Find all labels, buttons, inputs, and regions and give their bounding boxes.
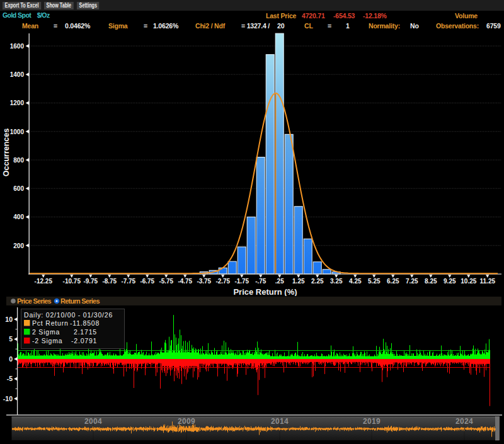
svg-text:Occurrences: Occurrences: [2, 128, 11, 176]
svg-text:2014: 2014: [271, 417, 289, 426]
svg-text:5.25: 5.25: [368, 278, 381, 285]
svg-text:-7.75: -7.75: [121, 278, 135, 285]
svg-text:2009: 2009: [178, 417, 195, 426]
svg-text:-11.8508: -11.8508: [70, 319, 100, 327]
svg-text:10: 10: [5, 316, 13, 323]
svg-text:-5.75: -5.75: [159, 278, 173, 285]
svg-text:1.25: 1.25: [292, 278, 305, 285]
svg-text:-.75: -.75: [255, 278, 266, 285]
svg-text:-10.75: -10.75: [63, 278, 81, 285]
svg-text:-6.75: -6.75: [140, 278, 154, 285]
svg-text:-10: -10: [3, 395, 13, 402]
svg-text:7.25: 7.25: [406, 278, 418, 285]
svg-text:2.25: 2.25: [311, 278, 324, 285]
svg-text:800: 800: [13, 157, 24, 164]
svg-text:5: 5: [9, 335, 13, 343]
svg-text:2.1715: 2.1715: [74, 328, 97, 336]
svg-text:.25: .25: [275, 278, 284, 285]
svg-text:11.25: 11.25: [480, 278, 496, 285]
svg-text:Pct Return: Pct Return: [32, 319, 69, 327]
svg-text:1200: 1200: [10, 100, 25, 106]
svg-text:10.25: 10.25: [461, 278, 476, 285]
svg-text:1000: 1000: [10, 128, 25, 135]
svg-text:2004: 2004: [84, 417, 102, 426]
svg-text:-9.75: -9.75: [83, 278, 98, 285]
svg-text:-2.75: -2.75: [215, 278, 230, 285]
svg-text:8.25: 8.25: [425, 278, 437, 285]
svg-text:2024: 2024: [455, 417, 473, 426]
svg-text:9.25: 9.25: [444, 278, 456, 285]
svg-text:-12.25: -12.25: [35, 278, 53, 285]
svg-text:Price Series: Price Series: [17, 297, 52, 305]
svg-text:-2.0791: -2.0791: [71, 337, 97, 344]
svg-text:400: 400: [13, 213, 24, 220]
svg-text:0: 0: [9, 355, 13, 363]
svg-text:-1.75: -1.75: [234, 278, 249, 285]
svg-text:3.25: 3.25: [330, 278, 343, 285]
svg-text:-2 Sigma: -2 Sigma: [32, 337, 62, 344]
svg-text:2019: 2019: [363, 417, 381, 426]
svg-text:1400: 1400: [10, 71, 25, 78]
svg-text:1600: 1600: [10, 43, 25, 50]
svg-text:200: 200: [13, 242, 24, 249]
svg-text:Return Series: Return Series: [60, 297, 100, 305]
svg-text:-5: -5: [7, 375, 13, 382]
svg-text:6.25: 6.25: [387, 278, 399, 285]
svg-text:4.25: 4.25: [349, 278, 362, 285]
svg-text:-8.75: -8.75: [102, 278, 117, 285]
svg-text:2 Sigma: 2 Sigma: [32, 328, 60, 336]
svg-text:-4.75: -4.75: [178, 278, 192, 285]
svg-text:Daily: 02/10/00 - 01/30/26: Daily: 02/10/00 - 01/30/26: [24, 311, 113, 319]
svg-text:Price Return (%): Price Return (%): [233, 287, 297, 296]
svg-text:-3.75: -3.75: [197, 278, 211, 285]
svg-text:600: 600: [13, 185, 24, 192]
